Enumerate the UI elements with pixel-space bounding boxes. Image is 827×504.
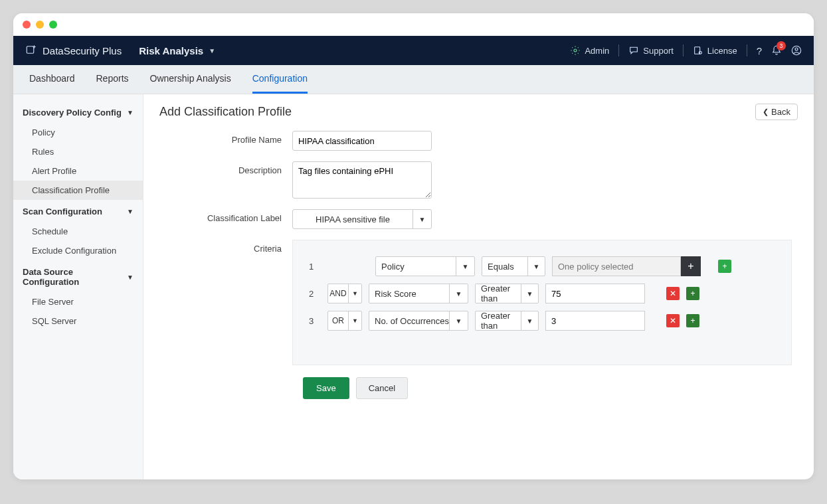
criteria-value-input[interactable] — [545, 311, 645, 331]
window-close-icon[interactable] — [23, 21, 31, 29]
module-tabs: Dashboard Reports Ownership Analysis Con… — [13, 65, 814, 94]
classification-label-value: HIPAA sensitive file — [293, 214, 413, 224]
criteria-logic-value: OR — [328, 316, 348, 325]
criteria-number: 1 — [309, 262, 321, 272]
content-area: Discovery Policy Config ▼ Policy Rules A… — [13, 94, 814, 479]
sidebar-item-policy[interactable]: Policy — [13, 123, 143, 142]
criteria-row: 3 OR ▼ No. of Occurrences ▼ Greater than — [309, 311, 775, 331]
criteria-field-select[interactable]: Risk Score ▼ — [369, 284, 468, 303]
user-avatar[interactable] — [791, 45, 802, 56]
svg-point-3 — [574, 49, 577, 52]
chevron-down-icon: ▼ — [449, 284, 468, 303]
top-bar: DataSecurity Plus Risk Analysis ▼ Admin … — [13, 36, 814, 65]
tab-reports[interactable]: Reports — [96, 65, 129, 94]
main-panel: Add Classification Profile ❮ Back Profil… — [143, 94, 814, 479]
classification-label-label: Classification Label — [199, 209, 292, 223]
sidebar-item-schedule[interactable]: Schedule — [13, 222, 143, 241]
sidebar-item-file-server[interactable]: File Server — [13, 292, 143, 311]
divider-icon — [747, 44, 747, 56]
brand-icon — [25, 44, 37, 58]
sidebar-item-alert-profile[interactable]: Alert Profile — [13, 161, 143, 181]
sidebar-group-label: Discovery Policy Config — [23, 108, 122, 118]
criteria-operator-select[interactable]: Greater than ▼ — [475, 311, 539, 331]
add-policy-button[interactable]: + — [681, 256, 701, 276]
svg-point-7 — [795, 48, 798, 50]
chevron-down-icon: ▼ — [413, 210, 431, 228]
profile-name-input[interactable] — [292, 131, 432, 151]
criteria-operator-select[interactable]: Equals ▼ — [482, 256, 545, 276]
notifications-button[interactable]: 3 — [771, 45, 782, 56]
criteria-value-input[interactable] — [545, 284, 645, 303]
profile-name-label: Profile Name — [199, 131, 292, 145]
classification-label-select[interactable]: HIPAA sensitive file ▼ — [292, 209, 432, 229]
save-button[interactable]: Save — [303, 377, 349, 399]
admin-label: Admin — [585, 46, 609, 56]
criteria-field-value: Risk Score — [369, 289, 449, 299]
tab-ownership-analysis[interactable]: Ownership Analysis — [150, 65, 231, 94]
brand: DataSecurity Plus — [25, 44, 122, 58]
remove-criteria-button[interactable]: ✕ — [666, 287, 680, 300]
caret-down-icon: ▼ — [127, 208, 134, 215]
admin-link[interactable]: Admin — [570, 45, 609, 56]
criteria-operator-value: Greater than — [476, 284, 521, 303]
page-title: Add Classification Profile — [159, 105, 292, 119]
tab-configuration[interactable]: Configuration — [252, 65, 308, 94]
svg-point-5 — [699, 51, 701, 54]
tab-dashboard[interactable]: Dashboard — [29, 65, 75, 94]
criteria-field-select[interactable]: Policy ▼ — [375, 256, 475, 276]
chevron-down-icon: ▼ — [521, 311, 538, 330]
add-criteria-button[interactable]: + — [686, 287, 699, 300]
description-label: Description — [199, 161, 292, 175]
sidebar-item-sql-server[interactable]: SQL Server — [13, 311, 143, 331]
sidebar-group-discovery-policy[interactable]: Discovery Policy Config ▼ — [13, 101, 143, 123]
add-criteria-button[interactable]: + — [718, 260, 731, 273]
chevron-down-icon: ▼ — [449, 311, 468, 330]
license-link[interactable]: License — [693, 45, 737, 56]
cancel-button[interactable]: Cancel — [356, 377, 408, 399]
criteria-logic-select[interactable]: OR ▼ — [327, 311, 362, 331]
app-window: DataSecurity Plus Risk Analysis ▼ Admin … — [13, 13, 814, 479]
divider-icon — [683, 44, 684, 56]
caret-down-icon: ▼ — [127, 109, 134, 116]
criteria-number: 2 — [309, 289, 321, 299]
criteria-row: 1 Policy ▼ Equals ▼ One policy — [309, 256, 775, 276]
remove-criteria-button[interactable]: ✕ — [666, 314, 680, 327]
criteria-operator-select[interactable]: Greater than ▼ — [475, 284, 539, 303]
sidebar-item-rules[interactable]: Rules — [13, 142, 143, 161]
criteria-box: 1 Policy ▼ Equals ▼ One policy — [292, 240, 792, 365]
window-titlebar — [13, 13, 814, 36]
help-link[interactable]: ? — [757, 45, 762, 56]
notification-badge: 3 — [777, 41, 786, 50]
sidebar-group-scan-config[interactable]: Scan Configuration ▼ — [13, 200, 143, 222]
sidebar-group-label: Scan Configuration — [23, 207, 102, 216]
sidebar: Discovery Policy Config ▼ Policy Rules A… — [13, 94, 143, 479]
add-criteria-button[interactable]: + — [686, 314, 699, 327]
criteria-field-select[interactable]: No. of Occurrences ▼ — [369, 311, 468, 331]
caret-down-icon: ▼ — [209, 47, 215, 54]
license-label: License — [707, 46, 737, 56]
description-input[interactable]: Tag files containing ePHI — [292, 161, 432, 199]
chevron-down-icon: ▼ — [521, 284, 538, 303]
sidebar-item-exclude-config[interactable]: Exclude Configuration — [13, 241, 143, 260]
chevron-down-icon: ▼ — [348, 284, 361, 303]
sidebar-group-label: Data Source Configuration — [23, 267, 127, 287]
criteria-field-value: Policy — [376, 262, 456, 272]
criteria-row: 2 AND ▼ Risk Score ▼ Greater than — [309, 284, 775, 303]
chevron-down-icon: ▼ — [456, 257, 474, 276]
top-links: Admin Support License ? 3 — [570, 44, 802, 56]
module-name: Risk Analysis — [139, 45, 203, 56]
criteria-logic-select[interactable]: AND ▼ — [327, 284, 362, 303]
sidebar-group-data-source[interactable]: Data Source Configuration ▼ — [13, 260, 143, 292]
support-label: Support — [643, 46, 674, 56]
divider-icon — [618, 44, 619, 56]
criteria-field-value: No. of Occurrences — [369, 316, 449, 326]
caret-down-icon: ▼ — [127, 274, 134, 281]
back-button[interactable]: ❮ Back — [755, 104, 798, 120]
support-link[interactable]: Support — [628, 45, 674, 56]
criteria-label: Criteria — [199, 240, 292, 254]
sidebar-item-classification-profile[interactable]: Classification Profile — [13, 181, 143, 200]
module-switcher[interactable]: Risk Analysis ▼ — [139, 45, 215, 56]
page-header: Add Classification Profile ❮ Back — [159, 104, 798, 120]
window-zoom-icon[interactable] — [49, 21, 57, 29]
window-minimize-icon[interactable] — [36, 21, 44, 29]
